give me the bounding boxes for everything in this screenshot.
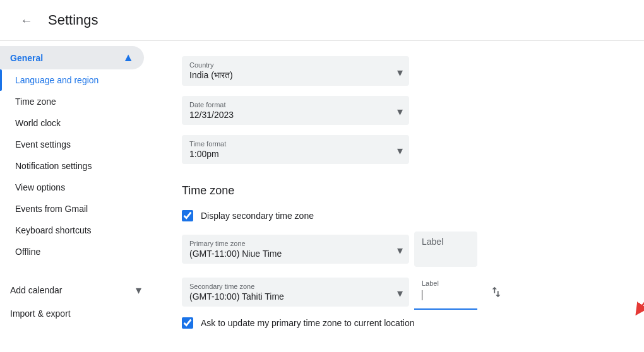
divider bbox=[0, 267, 152, 273]
chevron-down-icon: ▾ bbox=[397, 105, 403, 119]
time-format-field: Time format 1:00pm ▾ bbox=[182, 135, 614, 164]
page-title: Settings bbox=[48, 12, 98, 28]
date-format-value: 12/31/2023 bbox=[182, 109, 409, 125]
sidebar-item-import-export[interactable]: Import & export bbox=[0, 303, 152, 324]
time-format-value: 1:00pm bbox=[182, 148, 409, 164]
display-secondary-row: Display secondary time zone bbox=[182, 210, 614, 221]
date-format-field: Date format 12/31/2023 ▾ bbox=[182, 96, 614, 125]
sidebar-item-world-clock[interactable]: World clock bbox=[0, 112, 144, 134]
sidebar-item-events-from-gmail[interactable]: Events from Gmail bbox=[0, 198, 144, 220]
text-cursor bbox=[422, 290, 422, 300]
secondary-timezone-row: Secondary time zone (GMT-10:00) Tahiti T… bbox=[182, 274, 614, 310]
primary-label-text: Label bbox=[422, 237, 443, 247]
sidebar-item-view-options[interactable]: View options bbox=[0, 177, 144, 198]
sidebar-item-notification-settings[interactable]: Notification settings bbox=[0, 155, 144, 177]
main-content: Country India (भारत) ▾ Date format 12/31… bbox=[152, 41, 644, 352]
secondary-timezone-value: (GMT-10:00) Tahiti Time bbox=[182, 290, 409, 307]
secondary-timezone-label-box[interactable]: Label bbox=[414, 274, 477, 310]
display-secondary-checkbox[interactable] bbox=[182, 210, 193, 221]
primary-timezone-label: Primary time zone bbox=[182, 235, 409, 247]
timezone-section-title: Time zone bbox=[182, 184, 614, 197]
sidebar-item-language-region[interactable]: Language and region bbox=[0, 69, 144, 91]
primary-timezone-value: (GMT-11:00) Niue Time bbox=[182, 247, 409, 264]
secondary-label-small: Label bbox=[422, 279, 439, 287]
country-value: India (भारत) bbox=[182, 69, 409, 86]
country-field: Country India (भारत) ▾ bbox=[182, 56, 614, 86]
country-select[interactable]: Country India (भारत) ▾ bbox=[182, 56, 409, 86]
chevron-down-icon: ▾ bbox=[397, 144, 403, 158]
back-button[interactable]: ← bbox=[15, 9, 38, 32]
time-format-label: Time format bbox=[182, 135, 409, 148]
primary-timezone-select[interactable]: Primary time zone (GMT-11:00) Niue Time … bbox=[182, 235, 409, 264]
display-secondary-label[interactable]: Display secondary time zone bbox=[201, 211, 314, 221]
timezone-section: Time zone Display secondary time zone Pr… bbox=[182, 184, 614, 329]
chevron-down-icon: ▾ bbox=[397, 286, 403, 300]
ask-update-row: Ask to update my primary time zone to cu… bbox=[182, 317, 614, 329]
date-format-select[interactable]: Date format 12/31/2023 ▾ bbox=[182, 96, 409, 125]
sidebar-item-event-settings[interactable]: Event settings bbox=[0, 134, 144, 155]
primary-timezone-row: Primary time zone (GMT-11:00) Niue Time … bbox=[182, 232, 614, 267]
sidebar-item-time-zone[interactable]: Time zone bbox=[0, 91, 144, 112]
back-icon: ← bbox=[20, 13, 33, 28]
sidebar-group-general[interactable]: General ▲ bbox=[0, 46, 144, 69]
sidebar-group-label: General bbox=[10, 53, 43, 63]
ask-update-label[interactable]: Ask to update my primary time zone to cu… bbox=[201, 318, 414, 328]
main-layout: General ▲ Language and region Time zone … bbox=[0, 41, 644, 352]
secondary-timezone-label: Secondary time zone bbox=[182, 278, 409, 290]
ask-update-checkbox[interactable] bbox=[182, 317, 193, 329]
sidebar: General ▲ Language and region Time zone … bbox=[0, 41, 152, 352]
secondary-timezone-select[interactable]: Secondary time zone (GMT-10:00) Tahiti T… bbox=[182, 278, 409, 307]
swap-timezones-button[interactable] bbox=[485, 281, 508, 303]
primary-timezone-label-box[interactable]: Label bbox=[414, 232, 477, 267]
sidebar-item-add-calendar[interactable]: Add calendar ▾ bbox=[0, 278, 152, 303]
header: ← Settings bbox=[0, 0, 644, 41]
chevron-down-icon: ▾ bbox=[397, 66, 403, 79]
sidebar-item-keyboard-shortcuts[interactable]: Keyboard shortcuts bbox=[0, 220, 144, 241]
red-arrow-annotation bbox=[620, 284, 644, 315]
sidebar-item-offline[interactable]: Offline bbox=[0, 241, 144, 262]
country-label: Country bbox=[182, 56, 409, 69]
chevron-down-icon: ▾ bbox=[136, 283, 141, 297]
date-format-label: Date format bbox=[182, 96, 409, 109]
chevron-down-icon: ▾ bbox=[397, 243, 403, 257]
time-format-select[interactable]: Time format 1:00pm ▾ bbox=[182, 135, 409, 164]
chevron-up-icon: ▲ bbox=[122, 51, 134, 64]
